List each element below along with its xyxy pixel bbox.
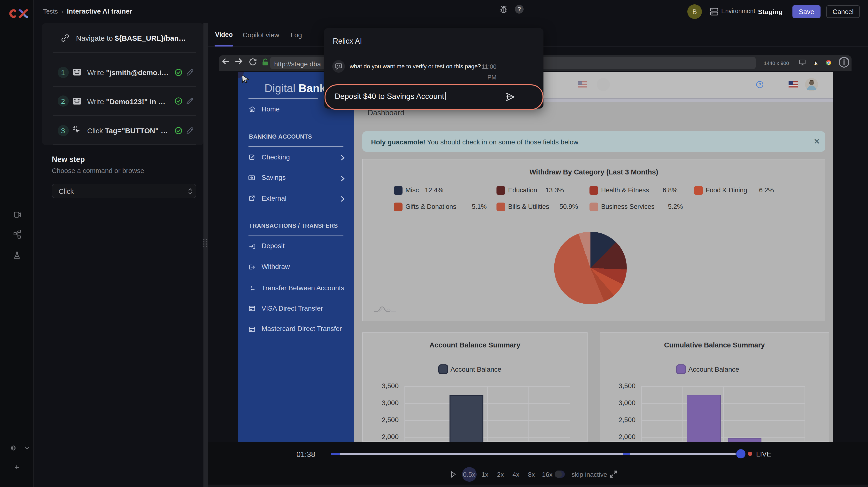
svg-text:?: ?	[518, 6, 521, 12]
svg-text:?: ?	[758, 82, 761, 87]
